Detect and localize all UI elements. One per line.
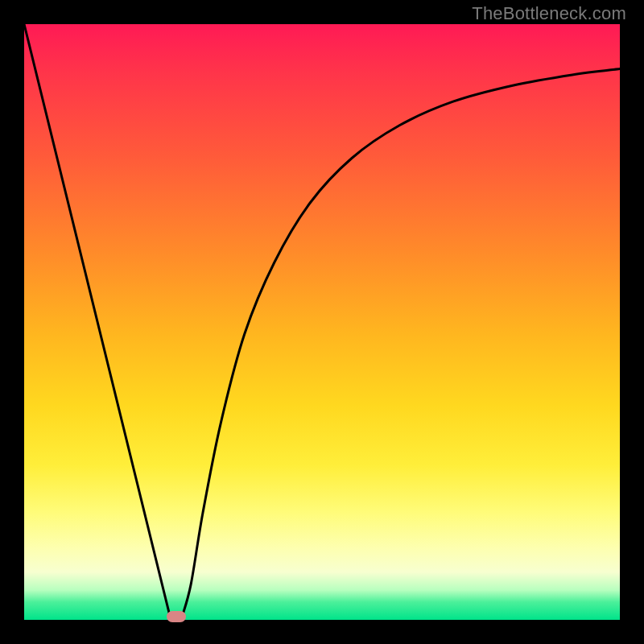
plot-area	[24, 24, 620, 620]
valley-marker	[167, 611, 186, 622]
curve-right-ascent	[182, 69, 620, 617]
curve-left-descent	[24, 24, 170, 617]
watermark-text: TheBottleneck.com	[472, 3, 626, 24]
chart-frame: TheBottleneck.com	[0, 0, 644, 644]
bottleneck-curve	[24, 24, 620, 620]
